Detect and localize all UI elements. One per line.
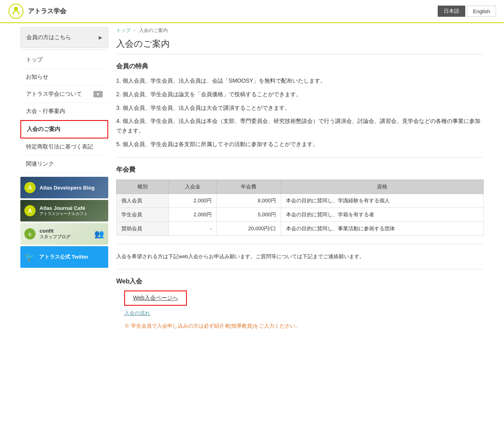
lang-en-button[interactable]: English: [467, 6, 496, 17]
benefits-section-title: 会員の特典: [116, 62, 484, 71]
fee-col-qualification: 資格: [281, 180, 483, 194]
member-login-label: 会員の方はこちら: [26, 34, 71, 41]
fee-annual-individual: 8,000円: [217, 194, 281, 208]
section-separator-2: [116, 244, 484, 244]
fee-col-entry: 入会金: [169, 180, 217, 194]
svg-point-1: [14, 7, 18, 11]
fee-entry-student: 2,000円: [169, 208, 217, 221]
breadcrumb-current: 入会のご案内: [139, 28, 168, 33]
sidebar-item-membership[interactable]: 入会のご案内: [20, 120, 108, 138]
web-register-link[interactable]: Web入会ページへ: [124, 291, 187, 306]
sidebar-banners: A Atlas Developers Blog A Atlas Journal …: [20, 177, 108, 268]
fee-type-supporting: 賛助会員: [117, 221, 169, 235]
toggle-icon: ▼: [93, 91, 103, 97]
fee-table: 種別 入会金 年会費 資格 個人会員 2,000円 8,000円 本会の目的に賛…: [116, 180, 484, 236]
web-section-body: Web入会ページへ 入会の流れ ※ 学生会員で入会申し込みの方は必ず紹介者(指導…: [116, 291, 484, 330]
sidebar-item-legal[interactable]: 特定商取引法に基づく表記: [20, 138, 108, 156]
banner-atlas-journal[interactable]: A Atlas Journal Café アトラスジャーナルカフェ: [20, 200, 108, 221]
fee-qual-individual: 本会の目的に賛同し、学識経験を有する個人: [281, 194, 483, 208]
atlas-dev-icon: A: [24, 182, 36, 193]
fee-row-student: 学生会員 2,000円 5,000円 本会の目的に賛同し、学籍を有する者: [117, 208, 484, 221]
lang-ja-button[interactable]: 日本語: [438, 6, 465, 17]
main-layout: 会員の方はこちら ▶ トップ お知らせ アトラス学会について ▼ 大会・行事案内…: [16, 23, 488, 334]
sidebar-item-news[interactable]: お知らせ: [20, 69, 108, 86]
fee-col-type: 種別: [117, 180, 169, 194]
fee-col-annual: 年会費: [217, 180, 281, 194]
fee-type-student: 学生会員: [117, 208, 169, 221]
banner-confit[interactable]: c confit スタッフブログ 👥: [20, 223, 108, 245]
svg-point-0: [9, 4, 23, 18]
member-arrow-icon: ▶: [99, 35, 102, 40]
fee-section-title: 年会費: [116, 166, 484, 174]
signup-info-text: 入会を希望される方は下記web入会からお申込み願います。ご質問等については下記ま…: [116, 252, 484, 261]
language-switcher: 日本語 English: [438, 6, 496, 17]
fee-qual-student: 本会の目的に賛同し、学籍を有する者: [281, 208, 483, 221]
atlas-dev-label: Atlas Developers Blog: [40, 185, 95, 191]
sidebar-item-about[interactable]: アトラス学会について ▼: [20, 86, 108, 103]
fee-row-individual: 個人会員 2,000円 8,000円 本会の目的に賛同し、学識経験を有する個人: [117, 194, 484, 208]
atlas-journal-sublabel: アトラスジャーナルカフェ: [40, 211, 87, 217]
sidebar-item-events[interactable]: 大会・行事案内: [20, 103, 108, 120]
fee-qual-supporting: 本会の目的に賛同し、事業活動に参画する団体: [281, 221, 483, 235]
fee-entry-individual: 2,000円: [169, 194, 217, 208]
twitter-label: アトラス公式 Twitter: [39, 253, 88, 261]
banner-twitter[interactable]: 🐦 アトラス公式 Twitter: [20, 246, 108, 268]
breadcrumb-home[interactable]: トップ: [116, 28, 131, 33]
sidebar: 会員の方はこちら ▶ トップ お知らせ アトラス学会について ▼ 大会・行事案内…: [20, 27, 108, 330]
atlas-journal-label: Atlas Journal Café: [40, 205, 87, 211]
fee-entry-supporting: -: [169, 221, 217, 235]
atlas-journal-icon: A: [24, 205, 36, 216]
header: アトラス学会 日本語 English: [0, 0, 504, 23]
main-content: トップ › 入会のご案内 入会のご案内 会員の特典 1. 個人会員、学生会員、法…: [116, 27, 484, 330]
member-login-button[interactable]: 会員の方はこちら ▶: [20, 27, 108, 48]
fee-row-supporting: 賛助会員 - 20,000円/口 本会の目的に賛同し、事業活動に参画する団体: [117, 221, 484, 235]
breadcrumb: トップ › 入会のご案内: [116, 27, 484, 34]
page-title: 入会のご案内: [116, 38, 484, 54]
banner-atlas-developers[interactable]: A Atlas Developers Blog: [20, 177, 108, 198]
logo-area: アトラス学会: [8, 3, 66, 19]
twitter-bird-icon: 🐦: [24, 252, 35, 262]
section-separator-3: [116, 269, 484, 269]
sidebar-item-links[interactable]: 関連リンク: [20, 156, 108, 173]
note-text: ※ 学生会員で入会申し込みの方は必ず紹介者(指導教員)をご入力ください。: [124, 322, 484, 330]
benefit-item-4: 4. 個人会員、学生会員、法人会員は本会（支部、専門委員会、研究技術懇談会）で行…: [116, 117, 484, 136]
benefits-list: 1. 個人会員、学生会員、法人会員は、会誌「SMOOSY」を無料で配布いたします…: [116, 76, 484, 149]
confit-photo-icon: 👥: [94, 229, 104, 239]
confit-sublabel: スタッフブログ: [40, 234, 70, 240]
sidebar-divider: [20, 49, 108, 50]
fee-annual-student: 5,000円: [217, 208, 281, 221]
fee-annual-supporting: 20,000円/口: [217, 221, 281, 235]
section-separator-1: [116, 157, 484, 158]
sidebar-item-top[interactable]: トップ: [20, 51, 108, 69]
logo-text: アトラス学会: [28, 7, 66, 16]
flow-link[interactable]: 入会の流れ: [124, 310, 484, 317]
benefit-item-1: 1. 個人会員、学生会員、法人会員は、会誌「SMOOSY」を無料で配布いたします…: [116, 76, 484, 86]
benefit-item-5: 5. 個人会員、学生会員は各支部に所属してその活動に参加することができます。: [116, 140, 484, 149]
benefit-item-2: 2. 個人会員、学生会員は論文を「会員価格」で投稿することができます。: [116, 90, 484, 99]
fee-type-individual: 個人会員: [117, 194, 169, 208]
logo-icon: [8, 3, 24, 19]
benefit-item-3: 3. 個人会員、学生会員、法人会員は大会で講演することができます。: [116, 103, 484, 113]
confit-icon: c: [24, 228, 36, 239]
web-section-title: Web入会: [116, 277, 484, 286]
breadcrumb-separator: ›: [134, 28, 135, 33]
confit-label: confit: [40, 228, 70, 234]
